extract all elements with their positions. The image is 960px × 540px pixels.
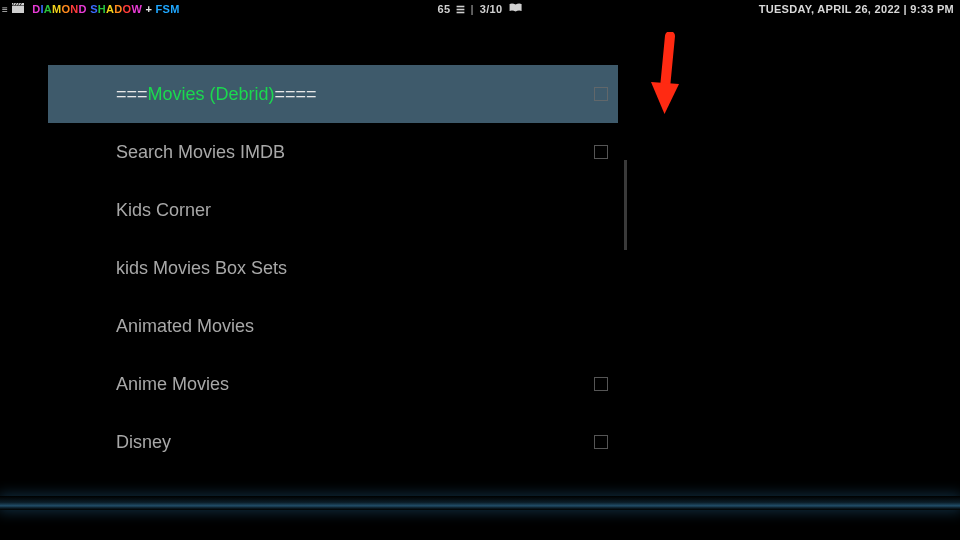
book-icon [508, 3, 522, 15]
list-item[interactable]: Animated Movies [48, 297, 618, 355]
page-position: 3/10 [480, 3, 503, 15]
svg-line-6 [665, 36, 670, 88]
list-icon: ☰ [456, 4, 464, 15]
list-item[interactable]: Disney [48, 413, 618, 471]
checkbox-icon[interactable] [594, 435, 608, 449]
screen: ≡ DIAMOND SHADOW + FSM 65 ☰ | 3/10 TUESD… [0, 0, 960, 540]
top-bar: ≡ DIAMOND SHADOW + FSM 65 ☰ | 3/10 TUESD… [0, 0, 960, 18]
list-item[interactable]: ===Movies (Debrid)=======Movies (Debrid)… [48, 65, 618, 123]
list-item-label: Disney [116, 432, 171, 453]
clapper-icon [12, 3, 24, 15]
addon-title: DIAMOND SHADOW + FSM [32, 3, 180, 15]
scrollbar[interactable] [624, 160, 627, 250]
list-item-label: Anime Movies [116, 374, 229, 395]
list-item[interactable]: kids Movies Box Sets [48, 239, 618, 297]
list-item[interactable]: Kids Corner [48, 181, 618, 239]
annotation-arrow-icon [648, 32, 688, 124]
svg-rect-0 [12, 6, 24, 13]
bottom-glow [0, 496, 960, 510]
top-bar-center: 65 ☰ | 3/10 [438, 3, 523, 15]
menu-icon: ≡ [2, 4, 8, 15]
datetime: TUESDAY, APRIL 26, 2022 | 9:33 PM [759, 3, 960, 15]
checkbox-icon[interactable] [594, 87, 608, 101]
svg-marker-7 [651, 82, 679, 114]
top-bar-left: ≡ DIAMOND SHADOW + FSM [0, 3, 180, 15]
list-item[interactable]: Search Movies IMDB [48, 123, 618, 181]
list-item-label: ===Movies (Debrid)==== [116, 84, 317, 105]
menu-list: ===Movies (Debrid)=======Movies (Debrid)… [48, 65, 618, 485]
list-item-label: Search Movies IMDB [116, 142, 285, 163]
checkbox-icon[interactable] [594, 145, 608, 159]
divider: | [470, 3, 473, 15]
item-count: 65 [438, 3, 451, 15]
list-item-label: kids Movies Box Sets [116, 258, 287, 279]
list-item[interactable]: Anime Movies [48, 355, 618, 413]
list-item-label: Kids Corner [116, 200, 211, 221]
checkbox-icon[interactable] [594, 377, 608, 391]
list-item-label: Animated Movies [116, 316, 254, 337]
